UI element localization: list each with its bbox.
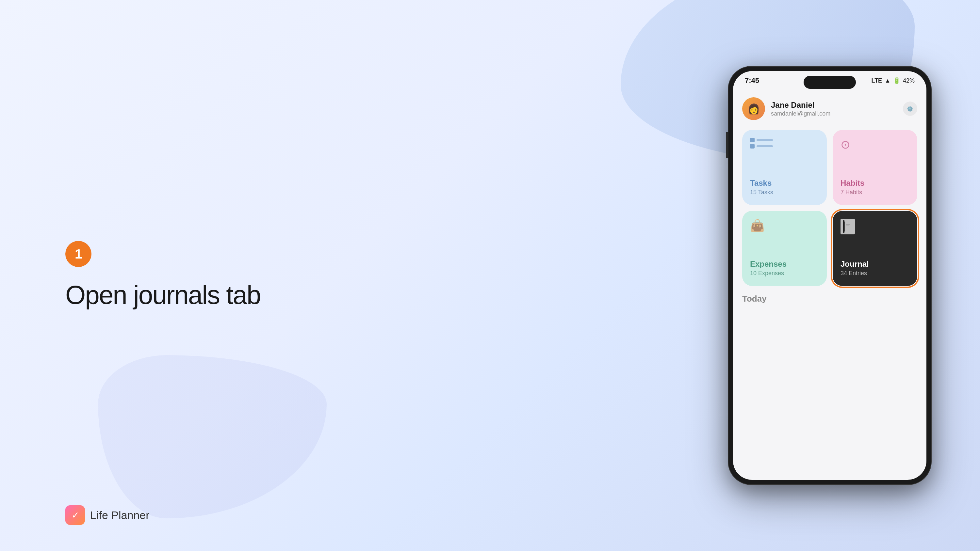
journal-card-title: Journal [840,259,910,268]
checklist-icon [750,138,773,149]
gear-icon: ⚙️ [907,106,913,112]
svg-rect-3 [846,225,849,226]
profile-info: 👩 Jane Daniel samdaniel@gmail.com [742,97,830,120]
journal-icon [840,219,855,234]
svg-rect-2 [846,224,850,225]
status-time: 7:45 [745,76,759,85]
svg-rect-1 [843,221,845,232]
profile-section: 👩 Jane Daniel samdaniel@gmail.com ⚙️ [742,97,917,120]
background-blob-2 [98,355,327,518]
settings-button[interactable]: ⚙️ [903,102,917,116]
logo-label: Life Planner [90,509,149,522]
left-content-area: 1 Open journals tab [65,241,261,310]
tasks-icon [750,138,773,149]
step-badge: 1 [65,241,91,267]
journal-book-icon [840,219,855,234]
cards-grid: Tasks 15 Tasks ⊙ Habits 7 Habits 👜 Expen… [742,130,917,286]
profile-email: samdaniel@gmail.com [771,110,830,117]
journal-card[interactable]: Journal 34 Entries [833,211,917,286]
battery-icon: 🔋 [893,77,900,84]
phone-mockup: 7:45 LTE ▲ 🔋 42% 👩 Ja [729,67,931,484]
expenses-card-title: Expenses [750,259,819,268]
tasks-card-title: Tasks [750,179,819,188]
signal-bars-icon: ▲ [885,77,891,84]
battery-percent: 42% [903,77,915,84]
phone-screen: 7:45 LTE ▲ 🔋 42% 👩 Ja [733,71,926,480]
step-number: 1 [75,247,82,262]
logo-container: ✓ Life Planner [65,505,149,525]
habits-icon: ⊙ [840,138,850,151]
tasks-card-subtitle: 15 Tasks [750,189,819,196]
status-icons: LTE ▲ 🔋 42% [871,77,915,84]
today-label: Today [742,294,917,304]
expenses-card-subtitle: 10 Expenses [750,270,819,277]
habits-card-subtitle: 7 Habits [840,189,910,196]
habits-card[interactable]: ⊙ Habits 7 Habits [833,130,917,205]
expenses-icon: 👜 [750,219,765,232]
instruction-text: Open journals tab [65,280,261,310]
habits-card-title: Habits [840,179,910,188]
logo-checkmark-icon: ✓ [72,510,79,521]
profile-name: Jane Daniel [771,100,830,110]
profile-text: Jane Daniel samdaniel@gmail.com [771,100,830,117]
tasks-card[interactable]: Tasks 15 Tasks [742,130,827,205]
lte-label: LTE [871,77,882,84]
screen-content: 👩 Jane Daniel samdaniel@gmail.com ⚙️ [733,87,926,310]
phone-frame: 7:45 LTE ▲ 🔋 42% 👩 Ja [729,67,931,484]
svg-rect-0 [845,221,852,232]
logo-icon: ✓ [65,505,85,525]
journal-card-subtitle: 34 Entries [840,270,910,277]
dynamic-island [803,76,856,89]
avatar: 👩 [742,97,765,120]
avatar-emoji: 👩 [748,103,760,114]
expenses-card[interactable]: 👜 Expenses 10 Expenses [742,211,827,286]
